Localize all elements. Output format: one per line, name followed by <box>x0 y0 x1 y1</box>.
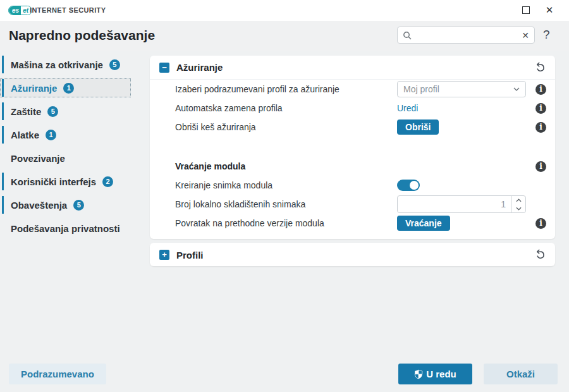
profile-select[interactable]: Moj profil <box>397 81 526 97</box>
sidebar-item-label: Zaštite <box>11 106 41 117</box>
close-button[interactable]: ✕ <box>542 3 556 17</box>
chevron-down-icon <box>513 87 520 91</box>
sidebar-item-label: Povezivanje <box>11 153 65 164</box>
spinner-up-icon[interactable] <box>512 196 525 204</box>
info-icon[interactable]: i <box>535 103 546 114</box>
setting-row-profile-switch: Automatska zamena profila Uredi i <box>150 99 555 118</box>
count-badge: 2 <box>102 176 113 187</box>
default-button[interactable]: Podrazumevano <box>9 364 106 384</box>
update-section-header[interactable]: − Ažuriranje <box>150 56 555 80</box>
setting-row-rollback: Povratak na prethodne verzije modula Vra… <box>150 214 555 233</box>
sidebar-item-label: Ažuriranje <box>11 83 57 94</box>
info-icon[interactable]: i <box>535 218 546 229</box>
cancel-button[interactable]: Otkaži <box>484 364 558 384</box>
sidebar: Mašina za otkrivanje 5 Ažuriranje 1 Zašt… <box>0 55 145 242</box>
revert-icon[interactable] <box>534 248 546 261</box>
count-badge: 5 <box>73 200 84 211</box>
sidebar-item-povezivanje[interactable]: Povezivanje <box>0 149 131 168</box>
ok-button-label: U redu <box>426 369 456 379</box>
maximize-button[interactable] <box>522 6 530 14</box>
profile-select-value: Moj profil <box>403 84 513 94</box>
ok-button[interactable]: U redu <box>398 364 472 384</box>
accent-bar <box>2 173 4 190</box>
snapshot-count-value: 1 <box>398 196 511 212</box>
count-badge: 1 <box>46 130 56 140</box>
setting-label: Povratak na prethodne verzije modula <box>175 218 397 228</box>
uac-shield-icon <box>414 369 423 379</box>
search-clear-icon[interactable]: ✕ <box>522 31 529 40</box>
rollback-button[interactable]: Vraćanje <box>397 216 450 231</box>
product-name: INTERNET SECURITY <box>30 6 106 14</box>
sidebar-item-korisnicki-interfejs[interactable]: Korisnički interfejs 2 <box>0 172 131 191</box>
section-title: Profili <box>176 250 204 260</box>
profiles-section-header[interactable]: + Profili <box>150 243 555 267</box>
info-icon[interactable]: i <box>535 84 546 95</box>
setting-label: Kreiranje snimka modula <box>175 180 397 190</box>
help-icon[interactable]: ? <box>543 28 550 42</box>
sidebar-item-label: Podešavanja privatnosti <box>11 223 120 234</box>
update-section-card: − Ažuriranje Izaberi podrazumevani profi… <box>150 56 555 239</box>
revert-icon[interactable] <box>534 61 546 74</box>
sidebar-item-label: Korisnički interfejs <box>11 176 96 187</box>
search-icon <box>403 31 412 40</box>
count-badge: 5 <box>109 59 120 70</box>
setting-label: Automatska zamena profila <box>175 103 397 113</box>
sidebar-item-obavestenja[interactable]: Obaveštenja 5 <box>0 195 131 214</box>
count-badge: 1 <box>63 83 74 94</box>
accent-bar <box>2 79 4 97</box>
sidebar-item-azuriranje[interactable]: Ažuriranje 1 <box>0 78 131 97</box>
subsection-header-module-rollback: Vraćanje modula i <box>150 157 555 176</box>
profiles-section-card: + Profili <box>150 243 555 266</box>
expand-icon[interactable]: + <box>159 250 169 260</box>
sidebar-item-alatke[interactable]: Alatke 1 <box>0 125 131 144</box>
collapse-icon[interactable]: − <box>159 63 169 73</box>
accent-bar <box>2 126 4 144</box>
spinner-down-icon[interactable] <box>512 204 525 212</box>
setting-label: Izaberi podrazumevani profil za ažuriran… <box>175 84 397 94</box>
eset-logo-icon: es et <box>8 6 32 15</box>
page-title: Napredno podešavanje <box>9 28 155 43</box>
count-badge: 5 <box>47 106 58 117</box>
eset-logo-left: es <box>9 6 21 15</box>
sidebar-item-label: Obaveštenja <box>11 200 67 211</box>
clear-cache-button[interactable]: Obriši <box>397 119 439 135</box>
search-box[interactable]: ✕ <box>397 27 535 44</box>
setting-row-snapshot-toggle: Kreiranje snimka modula <box>150 176 555 195</box>
titlebar: es et INTERNET SECURITY ✕ <box>0 0 569 21</box>
info-icon[interactable]: i <box>535 122 546 133</box>
search-input[interactable] <box>415 30 518 40</box>
snapshot-count-input[interactable]: 1 <box>397 195 526 213</box>
info-icon[interactable]: i <box>535 161 546 172</box>
sidebar-item-masina-za-otkrivanje[interactable]: Mašina za otkrivanje 5 <box>0 55 131 74</box>
sidebar-item-label: Alatke <box>11 130 39 140</box>
sidebar-item-label: Mašina za otkrivanje <box>11 59 103 70</box>
accent-bar <box>2 102 4 120</box>
snapshot-toggle[interactable] <box>397 180 420 191</box>
toggle-knob <box>410 181 419 190</box>
setting-label: Broj lokalno skladištenih snimaka <box>175 199 397 209</box>
accent-bar <box>2 56 4 73</box>
number-spinner <box>511 196 525 212</box>
setting-label: Obriši keš ažuriranja <box>175 122 397 132</box>
accent-bar <box>2 196 4 214</box>
section-title: Ažuriranje <box>176 62 223 73</box>
setting-row-profile: Izaberi podrazumevani profil za ažuriran… <box>150 80 555 99</box>
setting-row-clear-cache: Obriši keš ažuriranja Obriši i <box>150 118 555 137</box>
edit-link[interactable]: Uredi <box>397 103 418 113</box>
setting-row-snapshot-count: Broj lokalno skladištenih snimaka 1 <box>150 195 555 214</box>
subsection-title: Vraćanje modula <box>175 161 397 171</box>
sidebar-item-podesavanja-privatnosti[interactable]: Podešavanja privatnosti <box>0 219 131 238</box>
sidebar-item-zastite[interactable]: Zaštite 5 <box>0 102 131 121</box>
